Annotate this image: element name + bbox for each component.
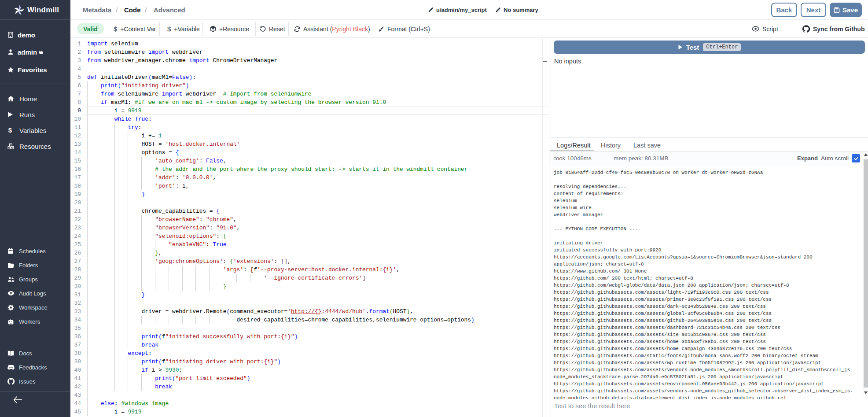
svg-text:$: $ — [8, 127, 12, 134]
